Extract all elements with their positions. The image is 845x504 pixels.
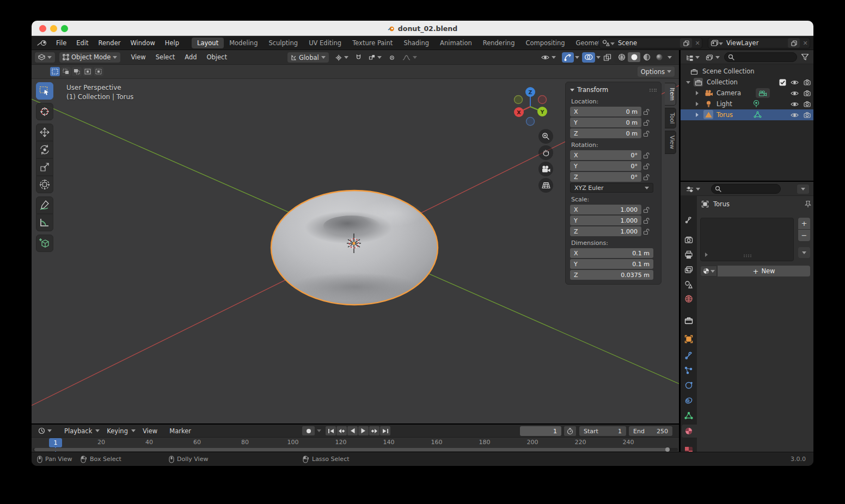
slots-expand-icon[interactable] — [705, 253, 708, 257]
new-material-button[interactable]: + New — [718, 266, 810, 276]
pan-view-button[interactable] — [538, 145, 553, 160]
timeline-scrollbar[interactable] — [33, 448, 678, 451]
workspace-tab-layout[interactable]: Layout — [192, 38, 224, 48]
navigation-gizmo[interactable]: Z X Y — [511, 87, 551, 128]
tab-particles[interactable] — [684, 366, 693, 375]
menu-window[interactable]: Window — [125, 39, 160, 47]
jump-to-end-button[interactable] — [380, 426, 390, 435]
tool-annotate[interactable] — [36, 196, 53, 214]
tool-select-box[interactable] — [36, 82, 53, 100]
viewport-menu-add[interactable]: Add — [180, 53, 201, 61]
viewport-menu-view[interactable]: View — [126, 53, 150, 61]
sidebar-tab-view[interactable]: View — [665, 131, 676, 154]
outliner-search-input[interactable] — [724, 52, 797, 62]
viewport-menu-select[interactable]: Select — [151, 53, 180, 61]
lock-icon[interactable] — [641, 119, 651, 126]
shading-dropdown[interactable] — [668, 56, 672, 59]
tab-tool[interactable] — [684, 216, 693, 224]
perspective-toggle-button[interactable] — [538, 178, 553, 193]
outliner-row-camera[interactable]: Camera — [681, 88, 813, 99]
blender-logo[interactable] — [37, 39, 48, 47]
shading-wireframe-button[interactable] — [615, 52, 628, 62]
rotation-y-field[interactable]: Y0° — [570, 161, 641, 171]
dimensions-z-field[interactable]: Z0.0375 m — [570, 270, 653, 280]
sidebar-tab-item[interactable]: Item — [665, 83, 676, 106]
workspace-tab-shading[interactable]: Shading — [398, 38, 434, 48]
outliner-item-label[interactable]: Collection — [707, 78, 738, 86]
scale-x-field[interactable]: X1.000 — [570, 205, 641, 214]
timeline-ruler[interactable]: 20 40 60 80 100 120 140 160 180 200 220 … — [32, 438, 679, 452]
pivot-point-dropdown[interactable] — [332, 52, 352, 63]
shading-rendered-button[interactable] — [653, 52, 665, 62]
play-reverse-button[interactable] — [347, 426, 358, 435]
use-preview-range-button[interactable] — [564, 426, 576, 436]
timeline-menu-view[interactable]: View — [138, 427, 162, 435]
scene-unlink-icon[interactable]: ✕ — [693, 40, 702, 47]
timeline-editor-type-button[interactable] — [35, 426, 55, 436]
breadcrumb-object-name[interactable]: Torus — [713, 200, 730, 208]
play-button[interactable] — [358, 426, 369, 435]
keying-dropdown[interactable] — [317, 429, 321, 432]
mesh-data-icon[interactable] — [754, 111, 762, 119]
workspace-tab-texture-paint[interactable]: Texture Paint — [347, 38, 398, 48]
tab-constraints[interactable] — [684, 396, 693, 405]
camera-data-icon[interactable] — [758, 90, 767, 96]
disable-render-icon[interactable] — [804, 101, 811, 107]
scrollbar-handle[interactable] — [665, 447, 670, 452]
proportional-falloff-dropdown[interactable] — [399, 52, 420, 63]
tool-transform[interactable] — [36, 176, 53, 193]
select-mode-extend-button[interactable] — [61, 67, 71, 76]
viewport-menu-object[interactable]: Object — [202, 53, 232, 61]
tool-measure[interactable] — [36, 214, 53, 231]
properties-options-button[interactable] — [797, 185, 809, 194]
show-overlays-toggle[interactable] — [582, 52, 595, 63]
timeline-menu-marker[interactable]: Marker — [164, 427, 196, 435]
show-gizmo-toggle[interactable] — [562, 52, 574, 63]
next-keyframe-button[interactable] — [369, 426, 379, 435]
snap-settings-dropdown[interactable] — [365, 52, 385, 63]
outliner-item-label[interactable]: Torus — [717, 111, 733, 119]
shading-solid-button[interactable] — [628, 52, 640, 62]
playhead[interactable]: 1 — [49, 438, 62, 447]
location-x-field[interactable]: X0 m — [570, 107, 641, 116]
workspace-tab-animation[interactable]: Animation — [434, 38, 477, 48]
pin-icon[interactable] — [804, 200, 811, 208]
workspace-tab-rendering[interactable]: Rendering — [477, 38, 521, 48]
outliner-row-scene-collection[interactable]: Scene Collection — [681, 66, 813, 77]
browse-material-button[interactable] — [700, 266, 717, 276]
workspace-tab-uv-editing[interactable]: UV Editing — [303, 38, 347, 48]
zoom-view-button[interactable] — [538, 129, 553, 144]
outliner-item-label[interactable]: Scene Collection — [702, 67, 755, 75]
rotation-mode-dropdown[interactable]: XYZ Euler — [570, 183, 653, 193]
auto-keying-button[interactable] — [302, 426, 315, 435]
slot-specials-button[interactable] — [798, 247, 810, 258]
tool-cursor[interactable] — [36, 103, 53, 120]
material-slots-list[interactable] — [700, 218, 794, 261]
gizmo-axis-neg[interactable] — [526, 118, 535, 126]
gizmo-axis-neg[interactable] — [515, 96, 523, 104]
current-frame-field[interactable]: 1 — [520, 426, 561, 436]
rotation-z-field[interactable]: Z0° — [570, 172, 641, 182]
lock-icon[interactable] — [641, 108, 651, 115]
editor-type-button[interactable] — [35, 52, 55, 63]
workspace-tab-compositing[interactable]: Compositing — [520, 38, 570, 48]
dimensions-x-field[interactable]: X0.1 m — [570, 248, 653, 258]
hide-eye-icon[interactable] — [791, 101, 799, 107]
remove-slot-button[interactable]: − — [798, 230, 810, 241]
xray-toggle[interactable] — [603, 54, 611, 61]
rotation-x-field[interactable]: X0° — [570, 150, 641, 160]
previous-keyframe-button[interactable] — [336, 426, 347, 435]
menu-file[interactable]: File — [51, 39, 71, 47]
scene-copy-button[interactable] — [680, 38, 692, 48]
outliner-display-mode-button[interactable] — [683, 52, 703, 63]
view-layer-remove-icon[interactable]: ✕ — [801, 40, 810, 47]
disable-render-icon[interactable] — [804, 90, 811, 96]
hide-eye-icon[interactable] — [791, 112, 799, 118]
camera-view-button[interactable] — [538, 162, 553, 176]
expand-icon[interactable] — [696, 91, 699, 95]
disable-render-icon[interactable] — [804, 112, 811, 118]
sidebar-tab-tool[interactable]: Tool — [665, 108, 676, 128]
tool-add-primitive[interactable] — [36, 235, 53, 252]
lock-icon[interactable] — [641, 152, 651, 159]
view-layer-name[interactable]: ViewLayer — [723, 39, 788, 47]
